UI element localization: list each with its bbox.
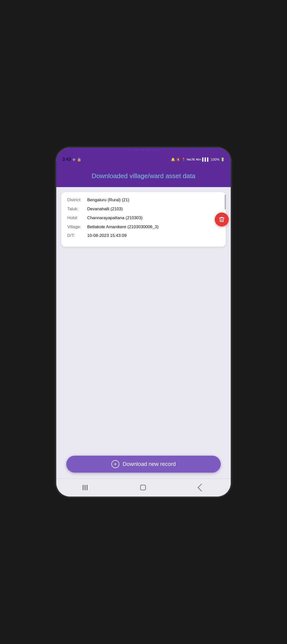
plus-circle-icon: + (111, 460, 119, 468)
taluk-value: Devanahalli (2103) (87, 206, 220, 212)
village-field: Village: Bettakote Amanikere (2103030006… (67, 224, 220, 230)
phone-frame: · · · · · · · · · · · 3:43 ⊖ 🔒 🔔 🔇 📍 VoL… (56, 148, 231, 496)
hobil-label: Hobil: (67, 215, 87, 221)
plus-icon: + (114, 462, 117, 467)
hobil-value: Channarayapattana (210303) (87, 215, 220, 221)
back-button[interactable] (191, 482, 212, 493)
dnd-icon: ⊖ (72, 158, 76, 162)
notch-bar: · · · · · · · · · · · (56, 148, 231, 152)
download-button-label: Download new record (123, 461, 176, 467)
status-time: 3:43 (62, 157, 71, 162)
village-value: Bettakote Amanikere (2103030006_3) (87, 224, 220, 230)
alarm-icon: 🔔 (171, 158, 175, 162)
district-label: District: (67, 197, 87, 203)
status-bar: 3:43 ⊖ 🔒 🔔 🔇 📍 VoLTE 4G+ ▌▌▌ 100% 🔋 (56, 152, 231, 167)
download-btn-area: + Download new record (56, 451, 231, 478)
trash-icon (218, 216, 225, 223)
status-left: 3:43 ⊖ 🔒 (62, 157, 81, 162)
recent-apps-icon (83, 485, 88, 490)
4g-icon: 4G+ (196, 158, 201, 161)
phone-inner: · · · · · · · · · · · 3:43 ⊖ 🔒 🔔 🔇 📍 VoL… (56, 148, 231, 496)
dt-field: D/T: 10-08-2023 15:43:09 (67, 233, 220, 239)
bottom-nav (56, 478, 231, 496)
status-right: 🔔 🔇 📍 VoLTE 4G+ ▌▌▌ 100% 🔋 (171, 158, 225, 162)
page-title: Downloaded village/ward asset data (62, 172, 225, 180)
dt-label: D/T: (67, 233, 87, 239)
hobil-field: Hobil: Channarayapattana (210303) (67, 215, 220, 221)
home-icon (140, 485, 146, 490)
taluk-label: Taluk: (67, 206, 87, 212)
recent-apps-button[interactable] (75, 482, 95, 493)
taluk-field: Taluk: Devanahalli (2103) (67, 206, 220, 212)
village-label: Village: (67, 224, 87, 230)
record-card: District: Bengaluru (Rural) (21) Taluk: … (61, 192, 226, 247)
main-area: District: Bengaluru (Rural) (21) Taluk: … (56, 187, 231, 450)
scroll-indicator (225, 194, 226, 210)
battery-text: 100% (210, 158, 220, 162)
back-icon (198, 484, 205, 491)
home-button[interactable] (133, 482, 153, 493)
mute-icon: 🔇 (176, 158, 180, 162)
download-new-record-button[interactable]: + Download new record (66, 456, 221, 472)
notch-indicator: · · · · · · · · · · · (128, 149, 158, 152)
district-value: Bengaluru (Rural) (21) (87, 197, 220, 203)
delete-button[interactable] (215, 212, 229, 226)
signal-icon: ▌▌▌ (202, 158, 210, 162)
location-icon: 📍 (181, 158, 186, 162)
battery-icon: 🔋 (220, 158, 225, 162)
volte-icon: VoLTE (186, 158, 195, 161)
lock-icon: 🔒 (77, 158, 81, 162)
app-header: Downloaded village/ward asset data (56, 167, 231, 187)
district-field: District: Bengaluru (Rural) (21) (67, 197, 220, 203)
dt-value: 10-08-2023 15:43:09 (87, 233, 220, 239)
